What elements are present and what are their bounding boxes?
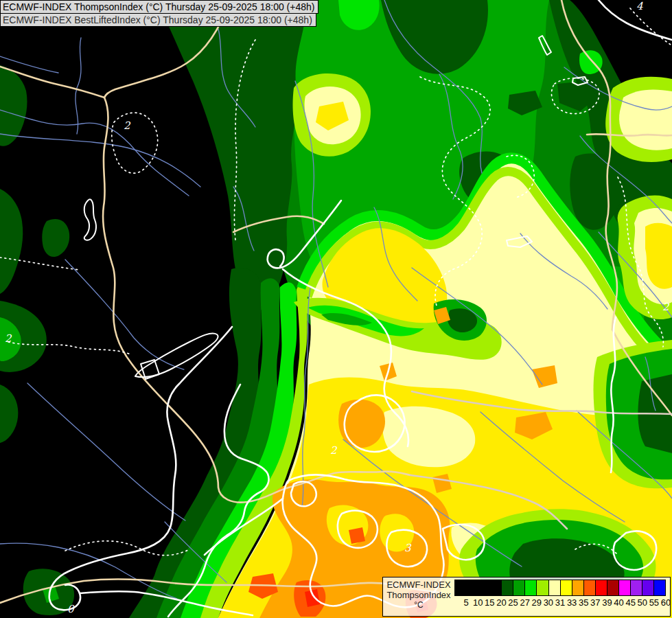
legend-cell <box>513 580 525 595</box>
contour-label: 2 <box>5 332 12 345</box>
contour-label: 2 <box>330 444 338 457</box>
legend-tick: 55 <box>649 597 659 608</box>
legend-tick: 27 <box>520 597 529 608</box>
contour-label: 0 <box>67 603 75 615</box>
legend-cell <box>490 580 502 595</box>
weather-map: 2222304 <box>0 0 672 618</box>
legend-tick: 33 <box>567 597 577 608</box>
legend-cell <box>642 580 654 595</box>
legend-title-model: ECMWF-INDEX <box>383 580 454 590</box>
contour-label: 2 <box>124 119 131 132</box>
hot-spot <box>349 527 365 544</box>
legend-cell <box>619 580 631 595</box>
legend-tick: 37 <box>590 597 600 608</box>
legend-title-index: ThompsonIndex <box>383 590 454 600</box>
legend-tick: 29 <box>532 597 542 608</box>
weather-map-screenshot: 2222304 ECMWF-INDEX ThompsonIndex (°C) T… <box>0 0 672 618</box>
header-title-thompson: ECMWF-INDEX ThompsonIndex (°C) Thursday … <box>0 0 318 14</box>
legend-tick: 35 <box>579 597 588 608</box>
legend-unit: °C <box>383 600 454 610</box>
contour-label: 3 <box>404 542 412 554</box>
legend-tick: 45 <box>625 597 635 608</box>
legend-tick: 5 <box>463 597 468 608</box>
legend-cell <box>584 580 596 595</box>
legend-tick: 31 <box>555 597 565 608</box>
legend-cell <box>654 580 665 595</box>
legend-tick: 10 <box>473 597 483 608</box>
legend-cell <box>631 580 642 595</box>
legend-cell <box>525 580 537 595</box>
legend-titles: ECMWF-INDEX ThompsonIndex °C <box>383 577 454 616</box>
contour-label: 4 <box>636 0 643 12</box>
legend-cell <box>502 580 513 595</box>
legend-bar-wrap: 51015202527293031333537394045505560 <box>454 577 670 616</box>
legend-colorbar <box>454 580 666 596</box>
legend-tick: 15 <box>485 597 494 608</box>
legend-tick: 50 <box>638 597 647 608</box>
legend-cell <box>467 580 478 595</box>
legend-cell <box>572 580 584 595</box>
legend-tick: 39 <box>602 597 612 608</box>
legend-panel: ECMWF-INDEX ThompsonIndex °C 51015202527… <box>382 577 671 617</box>
legend-tick: 20 <box>496 597 506 608</box>
legend-cell <box>596 580 607 595</box>
legend-cell <box>549 580 561 595</box>
legend-cell <box>478 580 490 595</box>
red-core <box>305 589 320 607</box>
legend-cell <box>455 580 467 595</box>
legend-cell <box>607 580 619 595</box>
legend-tick: 25 <box>508 597 518 608</box>
map-regions <box>0 0 672 618</box>
contour-label: 2 <box>662 301 670 313</box>
legend-tick: 40 <box>614 597 623 608</box>
legend-tick: 30 <box>544 597 553 608</box>
header-title-bestlifted: ECMWF-INDEX BestLiftedIndex (°C) Thursda… <box>0 13 316 27</box>
legend-cell <box>561 580 572 595</box>
legend-ticks: 51015202527293031333537394045505560 <box>454 596 666 608</box>
legend-tick: 60 <box>661 597 671 608</box>
legend-cell <box>537 580 548 595</box>
header: ECMWF-INDEX ThompsonIndex (°C) Thursday … <box>0 0 318 27</box>
